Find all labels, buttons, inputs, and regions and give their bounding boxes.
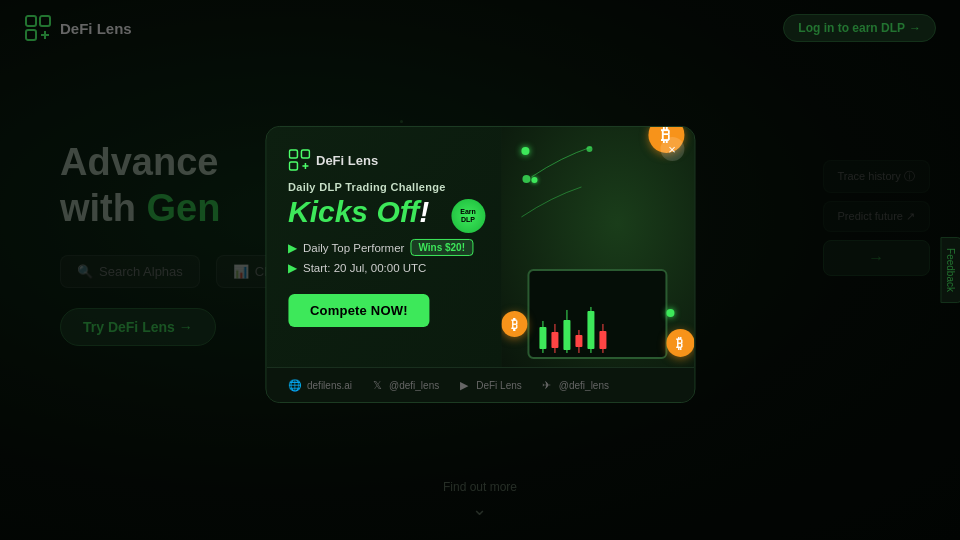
svg-rect-6 bbox=[301, 150, 309, 158]
youtube-label: DeFi Lens bbox=[476, 379, 522, 390]
detail2-text: Start: 20 Jul, 00:00 UTC bbox=[303, 262, 426, 274]
detail-row-1: ▶ Daily Top Performer Wins $20! bbox=[288, 239, 481, 256]
chart-tablet bbox=[528, 269, 668, 359]
modal-details: ▶ Daily Top Performer Wins $20! ▶ Start:… bbox=[288, 239, 481, 275]
detail1-text: Daily Top Performer bbox=[303, 241, 404, 253]
btc-icon-medium: ₿ bbox=[666, 329, 694, 357]
close-icon: × bbox=[668, 141, 676, 156]
social-youtube[interactable]: ▶ DeFi Lens bbox=[457, 378, 522, 392]
svg-point-11 bbox=[586, 146, 592, 152]
dlp-text: DLP bbox=[461, 216, 475, 224]
website-icon: 🌐 bbox=[288, 378, 302, 392]
youtube-icon: ▶ bbox=[457, 378, 471, 392]
twitter-icon: 𝕏 bbox=[370, 378, 384, 392]
candle-4 bbox=[576, 330, 583, 353]
trading-challenge-modal: × DeFi Lens Daily DLP Trading Challenge bbox=[265, 126, 695, 403]
svg-point-10 bbox=[522, 175, 530, 183]
modal-right-image: ₿ ₿ ₿ bbox=[501, 127, 694, 367]
social-twitter[interactable]: 𝕏 @defi_lens bbox=[370, 378, 439, 392]
connector-dot-2 bbox=[531, 177, 537, 183]
modal-footer: 🌐 defilens.ai 𝕏 @defi_lens ▶ DeFi Lens ✈… bbox=[266, 367, 694, 402]
connector-dot-3 bbox=[666, 309, 674, 317]
modal-logo: DeFi Lens bbox=[288, 149, 481, 171]
earn-dlp-badge: Earn DLP bbox=[451, 199, 485, 233]
detail-row-2: ▶ Start: 20 Jul, 00:00 UTC bbox=[288, 261, 481, 275]
social-telegram[interactable]: ✈ @defi_lens bbox=[540, 378, 609, 392]
svg-rect-7 bbox=[289, 162, 297, 170]
wins-badge: Wins $20! bbox=[410, 239, 473, 256]
candle-5 bbox=[588, 307, 595, 353]
candle-6 bbox=[600, 324, 607, 353]
compete-btn-label: Compete NOW! bbox=[310, 303, 408, 318]
website-label: defilens.ai bbox=[307, 379, 352, 390]
detail1-arrow-icon: ▶ bbox=[288, 240, 297, 254]
twitter-label: @defi_lens bbox=[389, 379, 439, 390]
candle-1 bbox=[540, 321, 547, 353]
modal-logo-icon bbox=[288, 149, 310, 171]
modal-body: DeFi Lens Daily DLP Trading Challenge Ki… bbox=[266, 127, 694, 367]
modal-close-button[interactable]: × bbox=[660, 137, 684, 161]
challenge-title: Daily DLP Trading Challenge bbox=[288, 181, 481, 193]
compete-now-button[interactable]: Compete NOW! bbox=[288, 294, 430, 327]
modal-wrapper: × DeFi Lens Daily DLP Trading Challenge bbox=[421, 258, 538, 282]
telegram-icon: ✈ bbox=[540, 378, 554, 392]
connector-dot-1 bbox=[521, 147, 529, 155]
candlestick-chart bbox=[530, 271, 666, 357]
earn-text: Earn bbox=[460, 208, 476, 216]
svg-rect-5 bbox=[289, 150, 297, 158]
telegram-label: @defi_lens bbox=[559, 379, 609, 390]
btc-icon-small: ₿ bbox=[501, 311, 527, 337]
candle-3 bbox=[564, 310, 571, 353]
social-website[interactable]: 🌐 defilens.ai bbox=[288, 378, 352, 392]
modal-left-content: DeFi Lens Daily DLP Trading Challenge Ki… bbox=[266, 127, 501, 367]
detail2-arrow-icon: ▶ bbox=[288, 261, 297, 275]
candle-2 bbox=[552, 324, 559, 353]
modal-logo-text: DeFi Lens bbox=[316, 152, 378, 167]
